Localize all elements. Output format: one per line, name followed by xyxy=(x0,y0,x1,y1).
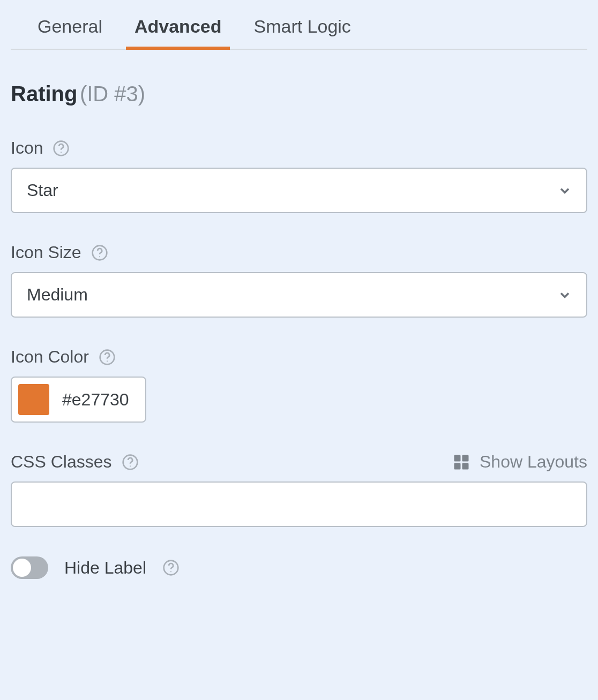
color-picker[interactable]: #e27730 xyxy=(11,377,146,423)
field-icon: Icon Star xyxy=(11,138,587,213)
toggle-knob xyxy=(13,559,31,577)
svg-rect-10 xyxy=(454,463,460,469)
field-css-classes: CSS Classes Show Layouts xyxy=(11,452,587,527)
help-icon[interactable] xyxy=(122,454,139,471)
tabs-nav: General Advanced Smart Logic xyxy=(11,0,587,50)
svg-point-3 xyxy=(99,256,100,257)
label-hide-label: Hide Label xyxy=(64,558,146,578)
svg-rect-8 xyxy=(454,455,460,461)
show-layouts-button[interactable]: Show Layouts xyxy=(452,452,587,472)
svg-rect-9 xyxy=(462,455,468,461)
select-icon-size-wrap: Medium xyxy=(11,272,587,318)
color-swatch xyxy=(18,384,49,415)
tab-advanced[interactable]: Advanced xyxy=(134,16,222,49)
tab-smart-logic[interactable]: Smart Logic xyxy=(253,16,350,49)
input-css-classes[interactable] xyxy=(11,481,587,527)
svg-point-7 xyxy=(129,465,130,466)
help-icon[interactable] xyxy=(162,559,180,576)
select-icon[interactable]: Star xyxy=(11,168,587,213)
field-hide-label: Hide Label xyxy=(11,556,587,579)
toggle-hide-label[interactable] xyxy=(11,556,48,579)
field-icon-color: Icon Color #e27730 xyxy=(11,347,587,423)
field-icon-size: Icon Size Medium xyxy=(11,243,587,318)
panel-content: Rating (ID #3) Icon Star Icon Size Mediu… xyxy=(0,50,598,579)
tab-general[interactable]: General xyxy=(38,16,102,49)
select-icon-size[interactable]: Medium xyxy=(11,272,587,318)
grid-icon xyxy=(452,453,471,472)
field-id-text: (ID #3) xyxy=(80,82,145,106)
show-layouts-label: Show Layouts xyxy=(480,452,587,472)
svg-point-1 xyxy=(61,152,62,153)
field-title-row: Rating (ID #3) xyxy=(11,82,587,106)
label-icon-size: Icon Size xyxy=(11,243,81,262)
label-icon-color: Icon Color xyxy=(11,347,89,367)
label-css-classes: CSS Classes xyxy=(11,452,112,472)
help-icon[interactable] xyxy=(53,140,70,157)
color-value: #e27730 xyxy=(62,390,129,410)
select-icon-wrap: Star xyxy=(11,168,587,213)
svg-point-5 xyxy=(107,360,108,362)
label-icon: Icon xyxy=(11,138,43,158)
field-title: Rating xyxy=(11,82,77,106)
svg-rect-11 xyxy=(462,463,468,469)
help-icon[interactable] xyxy=(91,244,108,261)
help-icon[interactable] xyxy=(99,349,116,366)
svg-point-13 xyxy=(170,571,171,572)
